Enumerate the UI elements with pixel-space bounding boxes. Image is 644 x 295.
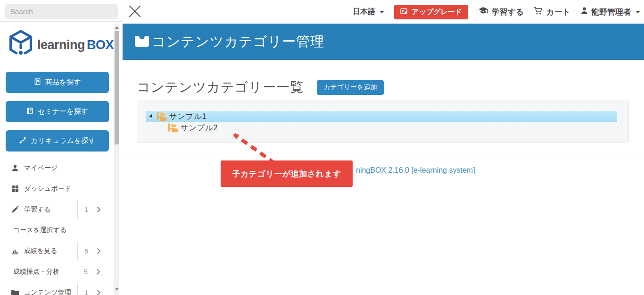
route-icon (19, 136, 26, 145)
topbar-learn-link[interactable]: 学習する (478, 7, 524, 17)
chevron-down-icon (380, 11, 384, 13)
count-badge: 1 (78, 289, 95, 295)
sidebar-item-label: コンテンツ管理 (24, 288, 71, 295)
footer-version-text: ningBOX 2.16.0 [e-learning system] (356, 166, 475, 175)
sidebar-item-label: マイページ (24, 164, 58, 172)
upgrade-button[interactable]: アップグレード (394, 5, 468, 19)
sidebar-item-select-course[interactable]: コースを選択する (0, 220, 113, 241)
sidebar-menu: マイページ ダッシュボード 学習する 1 (0, 158, 113, 295)
section-title: コンテンツカテゴリー一覧 (137, 78, 304, 96)
user-icon (580, 7, 588, 17)
category-folder-icon (156, 111, 167, 122)
sidebar-item-label: ダッシュボード (24, 185, 71, 193)
chevron-right-icon (97, 289, 101, 295)
find-curriculum-button[interactable]: カリキュラムを探す (6, 130, 109, 152)
book-icon (26, 107, 33, 116)
archive-box-icon (134, 34, 150, 51)
page-title: コンテンツカテゴリー管理 (152, 33, 324, 51)
sidebar-item-grading-analysis[interactable]: 成績採点・分析 5 (0, 261, 113, 282)
topbar-cart-link[interactable]: カート (534, 7, 570, 17)
dashboard-grid-icon (11, 185, 19, 193)
category-tree-panel: サンプル1 サンプル2 (137, 101, 629, 143)
find-products-label: 商品を探す (45, 78, 81, 87)
language-label: 日本語 (353, 7, 375, 17)
chevron-right-icon (96, 269, 100, 275)
account-menu[interactable]: 龍野管理者 (580, 7, 640, 17)
tree-item-label: サンプル2 (181, 123, 218, 133)
sidebar-item-view-grades[interactable]: 成績を見る 6 (0, 241, 113, 261)
chevron-right-icon (97, 206, 101, 213)
cart-icon (534, 7, 543, 17)
find-seminars-button[interactable]: セミナーを探す (6, 101, 109, 122)
search-box (5, 4, 118, 19)
user-icon (11, 164, 19, 172)
cart-label: カート (546, 7, 570, 17)
add-category-button[interactable]: カテゴリーを追加 (317, 80, 384, 95)
search-input[interactable] (5, 4, 118, 19)
chevron-right-icon (97, 248, 101, 254)
topbar: 日本語 アップグレード (123, 0, 644, 24)
certificate-card-icon (400, 8, 408, 17)
find-curriculum-label: カリキュラムを探す (31, 136, 96, 145)
count-badge: 6 (78, 247, 95, 255)
sidebar-item-dashboard[interactable]: ダッシュボード (0, 178, 113, 199)
learningbox-cube-icon (8, 29, 34, 60)
account-label: 龍野管理者 (591, 7, 631, 17)
tooltip-text: 子カテゴリーが追加されます (232, 169, 341, 179)
count-badge: 5 (77, 268, 94, 276)
tree-expander-icon[interactable] (149, 114, 154, 119)
book-icon (34, 78, 41, 87)
find-seminars-label: セミナーを探す (38, 107, 88, 116)
annotation-tooltip: 子カテゴリーが追加されます (221, 160, 353, 187)
sidebar: learningBOX 商品を探す セミナーを探す (0, 0, 123, 295)
chevron-down-icon (636, 11, 640, 13)
learningbox-logo[interactable]: learningBOX (8, 29, 114, 60)
upgrade-label: アップグレード (412, 8, 462, 17)
graduation-cap-icon (478, 7, 488, 17)
category-folder-icon (167, 123, 179, 133)
sidebar-item-learn[interactable]: 学習する 1 (0, 199, 113, 220)
sidebar-item-label: 成績採点・分析 (13, 268, 59, 276)
scrollbar-up-arrow[interactable] (115, 26, 119, 29)
content-divider (123, 158, 644, 158)
count-badge: 1 (78, 206, 95, 213)
bar-chart-icon (11, 247, 19, 255)
scrollbar-down-arrow[interactable] (115, 288, 119, 291)
sidebar-divider (0, 21, 123, 22)
find-products-button[interactable]: 商品を探す (6, 72, 109, 93)
tree-item-label: サンプル1 (169, 112, 206, 122)
sidebar-item-label: コースを選択する (13, 226, 67, 235)
learn-label: 学習する (491, 7, 524, 17)
tree-item-sample2[interactable]: サンプル2 (167, 122, 218, 134)
language-selector[interactable]: 日本語 (353, 7, 384, 17)
tree-item-sample1[interactable]: サンプル1 (146, 111, 617, 122)
sidebar-item-mypage[interactable]: マイページ (0, 158, 113, 178)
close-icon[interactable] (128, 5, 141, 18)
pencil-icon (11, 206, 19, 213)
page-header: コンテンツカテゴリー管理 (123, 24, 644, 60)
sidebar-scrollbar-thumb[interactable] (115, 31, 119, 144)
logo-wordmark: learningBOX (37, 38, 114, 52)
sidebar-item-content-management[interactable]: コンテンツ管理 1 (0, 282, 113, 295)
sidebar-item-label: 学習する (24, 205, 51, 214)
folder-icon (11, 289, 19, 295)
sidebar-item-label: 成績を見る (24, 247, 58, 255)
